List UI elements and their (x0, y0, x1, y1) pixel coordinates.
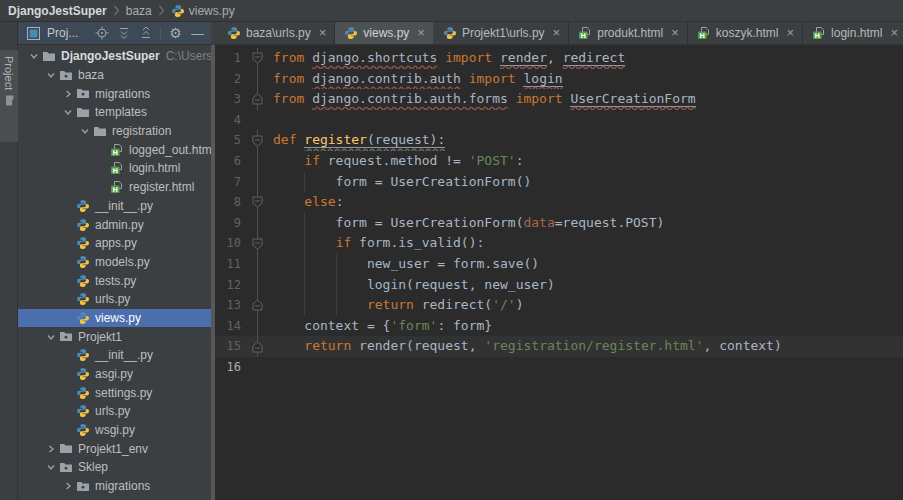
line-number[interactable]: 11 (215, 254, 241, 275)
project-stripe-button[interactable]: Project (0, 50, 18, 142)
tree-item[interactable]: Sklep (18, 458, 211, 477)
chevron-right-icon[interactable] (60, 89, 75, 99)
editor-tab[interactable]: baza\urls.py× (218, 22, 335, 44)
project-panel-toolbar: ⚙— (94, 26, 205, 41)
tree-item[interactable]: migrations (18, 84, 211, 103)
html-icon: H (109, 161, 125, 175)
tree-item[interactable] (18, 496, 211, 500)
editor-tab[interactable]: Projekt1\urls.py× (434, 22, 569, 44)
locate-icon[interactable] (94, 26, 109, 41)
line-number[interactable]: 12 (215, 275, 241, 296)
tree-item[interactable]: DjangoJestSuperC:\Users\Mar (18, 47, 211, 66)
code-line[interactable]: 3from django.contrib.auth.forms import U… (215, 89, 903, 110)
code-line[interactable]: 9 form = UserCreationForm(data=request.P… (215, 213, 903, 234)
chevron-down-icon[interactable] (43, 462, 58, 472)
breadcrumb-item[interactable]: baza (126, 4, 152, 18)
tree-item[interactable]: tests.py (18, 271, 211, 290)
tree-item[interactable]: apps.py (18, 234, 211, 253)
tree-item[interactable]: urls.py (18, 402, 211, 421)
tree-item[interactable]: templates (18, 103, 211, 122)
close-icon[interactable]: × (553, 27, 561, 39)
code-line[interactable]: 8 else: (215, 192, 903, 213)
fold-marker-icon[interactable] (241, 48, 273, 69)
code-line[interactable]: 6 if request.method != 'POST': (215, 151, 903, 172)
chevron-down-icon[interactable] (60, 107, 75, 117)
breadcrumb-item[interactable]: DjangoJestSuper (8, 4, 107, 18)
tree-item[interactable]: wsgi.py (18, 421, 211, 440)
tree-item[interactable]: __init__.py (18, 197, 211, 216)
line-number[interactable]: 7 (215, 172, 241, 193)
code-line[interactable]: 1from django.shortcuts import render, re… (215, 48, 903, 69)
code-line[interactable]: 12 login(request, new_user) (215, 275, 903, 296)
line-number[interactable]: 8 (215, 192, 241, 213)
code-line[interactable]: 15 return render(request, 'registration/… (215, 336, 903, 357)
code-editor[interactable]: 1from django.shortcuts import render, re… (215, 45, 903, 500)
tree-item[interactable]: models.py (18, 253, 211, 272)
fold-marker-icon[interactable] (241, 295, 273, 316)
tree-item[interactable]: Hregister.html (18, 178, 211, 197)
line-number[interactable]: 1 (215, 48, 241, 69)
tree-item[interactable]: __init__.py (18, 346, 211, 365)
fold-marker-icon[interactable] (241, 192, 273, 213)
editor-tab[interactable]: Hlogin.html× (803, 22, 903, 44)
code-line[interactable]: 10 if form.is_valid(): (215, 233, 903, 254)
line-number[interactable]: 6 (215, 151, 241, 172)
editor-tab[interactable]: views.py× (335, 22, 434, 44)
fold-marker-icon[interactable] (241, 89, 273, 110)
breadcrumb: DjangoJestSuperbazaviews.py (0, 0, 903, 22)
hide-icon[interactable]: — (190, 26, 205, 41)
line-number[interactable]: 3 (215, 89, 241, 110)
fold-marker-icon[interactable] (241, 233, 273, 254)
close-icon[interactable]: × (787, 27, 795, 39)
fold-marker-icon[interactable] (241, 336, 273, 357)
chevron-down-icon[interactable] (77, 126, 92, 136)
close-icon[interactable]: × (671, 27, 679, 39)
line-number[interactable]: 5 (215, 130, 241, 151)
tree-item[interactable]: Hlogged_out.html (18, 140, 211, 159)
tree-item[interactable]: asgi.py (18, 365, 211, 384)
line-number[interactable]: 14 (215, 316, 241, 337)
close-icon[interactable]: × (890, 27, 898, 39)
tree-item[interactable]: registration (18, 122, 211, 141)
code-line[interactable]: 5def register(request): (215, 130, 903, 151)
code-line[interactable]: 4 (215, 110, 903, 131)
tree-item[interactable]: baza (18, 66, 211, 85)
tree-item[interactable]: migrations (18, 477, 211, 496)
code-line[interactable]: 2from django.contrib.auth import login (215, 69, 903, 90)
chevron-down-icon[interactable] (26, 51, 41, 61)
code-line[interactable]: 7 form = UserCreationForm() (215, 172, 903, 193)
tree-item[interactable]: views.py (18, 309, 211, 328)
expand-all-icon[interactable] (116, 26, 131, 41)
code-line[interactable]: 11 new_user = form.save() (215, 254, 903, 275)
html-file-icon: H (578, 26, 592, 40)
code-line[interactable]: 14 context = {'form': form} (215, 316, 903, 337)
settings-icon[interactable]: ⚙ (168, 26, 183, 41)
line-number[interactable]: 4 (215, 110, 241, 131)
line-number[interactable]: 13 (215, 295, 241, 316)
code-line[interactable]: 16 (215, 357, 903, 378)
tree-item[interactable]: urls.py (18, 290, 211, 309)
folder-icon (58, 442, 74, 455)
line-number[interactable]: 16 (215, 357, 241, 378)
collapse-all-icon[interactable] (138, 26, 153, 41)
editor-tab[interactable]: Hprodukt.html× (569, 22, 688, 44)
line-number[interactable]: 2 (215, 69, 241, 90)
tree-item[interactable]: settings.py (18, 383, 211, 402)
chevron-right-icon[interactable] (60, 481, 75, 491)
close-icon[interactable]: × (319, 27, 327, 39)
line-number[interactable]: 15 (215, 336, 241, 357)
chevron-down-icon[interactable] (43, 332, 58, 342)
tree-item[interactable]: admin.py (18, 215, 211, 234)
fold-marker-icon[interactable] (241, 130, 273, 151)
line-number[interactable]: 10 (215, 233, 241, 254)
chevron-down-icon[interactable] (43, 70, 58, 80)
close-icon[interactable]: × (417, 27, 425, 39)
tree-item[interactable]: Hlogin.html (18, 159, 211, 178)
tree-item[interactable]: Projekt1_env (18, 439, 211, 458)
code-line[interactable]: 13 return redirect('/') (215, 295, 903, 316)
breadcrumb-item[interactable]: views.py (171, 4, 235, 18)
tree-item[interactable]: Projekt1 (18, 327, 211, 346)
editor-tab[interactable]: Hkoszyk.html× (688, 22, 803, 44)
chevron-right-icon[interactable] (43, 444, 58, 454)
line-number[interactable]: 9 (215, 213, 241, 234)
